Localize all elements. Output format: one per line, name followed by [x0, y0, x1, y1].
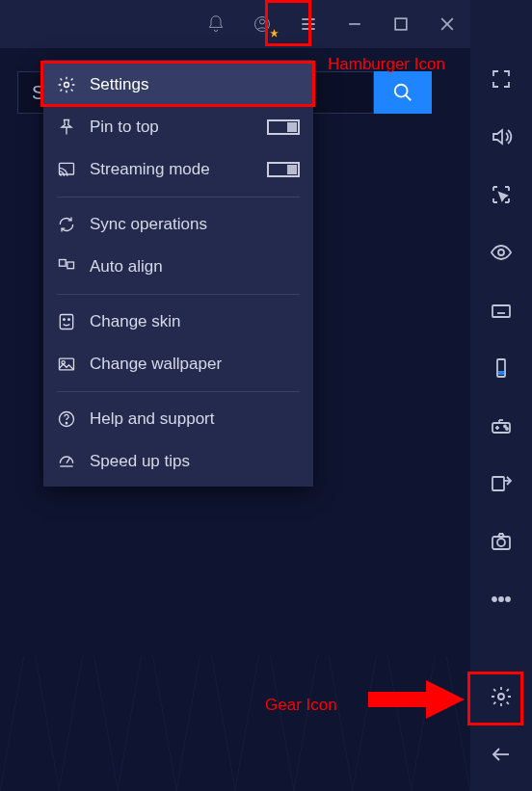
svg-point-46 — [499, 597, 503, 601]
background-grid — [0, 656, 470, 791]
svg-rect-14 — [60, 260, 66, 267]
location-share-icon[interactable] — [472, 457, 530, 511]
maximize-icon[interactable] — [378, 0, 424, 48]
svg-point-45 — [492, 597, 496, 601]
menu-item-change-skin[interactable]: Change skin — [43, 301, 313, 343]
menu-item-auto-align[interactable]: Auto align — [43, 246, 313, 288]
annotation-arrow — [368, 680, 465, 719]
cast-icon — [57, 160, 76, 179]
menu-item-label: Sync operations — [90, 215, 207, 234]
close-icon[interactable] — [424, 0, 470, 48]
sync-icon — [57, 215, 76, 234]
menu-item-change-wallpaper[interactable]: Change wallpaper — [43, 343, 313, 385]
toggle-pin[interactable] — [267, 119, 300, 135]
svg-point-17 — [64, 319, 66, 321]
back-icon[interactable] — [472, 727, 530, 781]
svg-rect-34 — [498, 371, 504, 375]
gear-icon — [57, 75, 76, 94]
more-icon[interactable] — [472, 572, 530, 626]
eye-icon[interactable] — [472, 225, 530, 279]
titlebar — [0, 0, 532, 48]
menu-separator — [57, 197, 300, 198]
speed-icon — [57, 452, 76, 471]
search-button[interactable] — [374, 71, 432, 114]
right-sidebar — [470, 0, 532, 791]
svg-point-48 — [498, 694, 504, 699]
menu-item-label: Auto align — [90, 257, 163, 277]
menu-item-label: Pin to top — [90, 118, 159, 137]
svg-rect-16 — [60, 315, 72, 330]
camera-icon[interactable] — [472, 514, 530, 568]
svg-rect-6 — [395, 18, 407, 30]
svg-rect-26 — [492, 305, 510, 317]
svg-point-1 — [260, 19, 265, 24]
menu-separator — [57, 391, 300, 392]
minimize-icon[interactable] — [332, 0, 378, 48]
svg-point-9 — [395, 85, 408, 97]
svg-point-18 — [68, 319, 70, 321]
toggle-streaming[interactable] — [267, 162, 300, 177]
menu-item-label: Change wallpaper — [90, 355, 222, 374]
align-icon — [57, 257, 76, 277]
svg-line-10 — [406, 95, 412, 101]
svg-rect-15 — [67, 262, 74, 269]
svg-rect-42 — [492, 477, 504, 490]
phone-icon[interactable] — [472, 341, 530, 395]
menu-item-speed-up-tips[interactable]: Speed up tips — [43, 440, 313, 483]
gear-icon[interactable] — [472, 670, 530, 724]
gamepad-icon[interactable] — [472, 399, 530, 453]
menu-item-label: Speed up tips — [90, 452, 190, 471]
menu-item-sync-operations[interactable]: Sync operations — [43, 203, 313, 246]
pin-icon — [57, 118, 76, 137]
svg-point-25 — [498, 250, 504, 255]
cursor-select-icon[interactable] — [472, 168, 530, 222]
menu-item-label: Help and support — [90, 409, 214, 429]
menu-item-pin-to-top[interactable]: Pin to top — [43, 106, 313, 148]
annotation-label-gear: Gear Icon — [265, 696, 337, 715]
svg-point-39 — [506, 428, 508, 430]
menu-item-streaming-mode[interactable]: Streaming mode — [43, 148, 313, 191]
svg-point-47 — [506, 597, 510, 601]
svg-point-44 — [497, 539, 505, 546]
svg-point-38 — [504, 426, 506, 428]
menu-item-help-and-support[interactable]: Help and support — [43, 398, 313, 440]
menu-item-label: Settings — [90, 75, 148, 94]
svg-marker-51 — [426, 680, 465, 719]
svg-line-23 — [66, 459, 69, 463]
svg-point-11 — [65, 83, 69, 88]
hamburger-menu: Settings Pin to top Streaming mode Sync … — [43, 60, 313, 487]
keyboard-icon[interactable] — [472, 283, 530, 337]
menu-item-label: Streaming mode — [90, 160, 210, 179]
menu-separator — [57, 294, 300, 295]
fullscreen-icon[interactable] — [472, 52, 530, 106]
volume-icon[interactable] — [472, 110, 530, 164]
image-icon — [57, 355, 76, 374]
hamburger-icon[interactable] — [285, 0, 332, 48]
user-icon[interactable] — [239, 0, 285, 48]
bell-icon[interactable] — [193, 0, 239, 48]
svg-point-22 — [66, 423, 66, 424]
menu-item-label: Change skin — [90, 312, 181, 331]
menu-item-settings[interactable]: Settings — [43, 64, 313, 106]
svg-rect-50 — [368, 692, 431, 707]
skin-icon — [57, 312, 76, 331]
help-icon — [57, 409, 76, 429]
